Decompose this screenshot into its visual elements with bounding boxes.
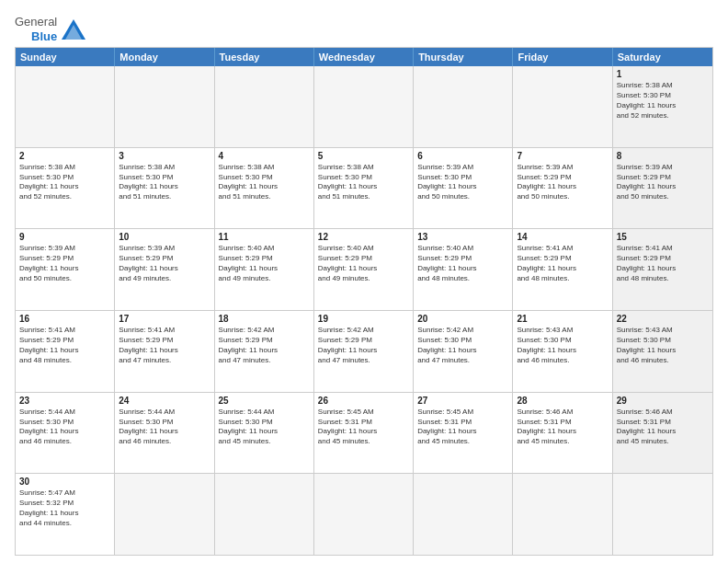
calendar-cell: 23Sunrise: 5:44 AM Sunset: 5:30 PM Dayli…: [16, 393, 115, 474]
cell-info: Sunrise: 5:39 AM Sunset: 5:29 PM Dayligh…: [517, 163, 608, 202]
calendar-cell: [513, 66, 612, 147]
calendar-cell: [414, 66, 513, 147]
calendar-cell: 15Sunrise: 5:41 AM Sunset: 5:29 PM Dayli…: [613, 229, 712, 310]
day-number: 9: [19, 232, 110, 242]
day-number: 6: [417, 151, 508, 161]
day-number: 27: [417, 396, 508, 406]
day-number: 25: [219, 396, 310, 406]
calendar-cell: 5Sunrise: 5:38 AM Sunset: 5:30 PM Daylig…: [314, 148, 414, 229]
cell-info: Sunrise: 5:40 AM Sunset: 5:29 PM Dayligh…: [318, 244, 409, 283]
calendar-cell: [115, 66, 214, 147]
cell-info: Sunrise: 5:41 AM Sunset: 5:29 PM Dayligh…: [517, 244, 608, 283]
day-header-wednesday: Wednesday: [314, 48, 414, 66]
day-number: 17: [119, 314, 210, 324]
calendar-cell: 25Sunrise: 5:44 AM Sunset: 5:30 PM Dayli…: [215, 393, 314, 474]
day-header-monday: Monday: [115, 48, 214, 66]
cell-info: Sunrise: 5:46 AM Sunset: 5:31 PM Dayligh…: [617, 408, 709, 447]
week-row-3: 9Sunrise: 5:39 AM Sunset: 5:29 PM Daylig…: [16, 229, 712, 311]
calendar-cell: 14Sunrise: 5:41 AM Sunset: 5:29 PM Dayli…: [513, 229, 612, 310]
cell-info: Sunrise: 5:47 AM Sunset: 5:32 PM Dayligh…: [19, 488, 110, 528]
cell-info: Sunrise: 5:39 AM Sunset: 5:30 PM Dayligh…: [417, 163, 508, 202]
cell-info: Sunrise: 5:39 AM Sunset: 5:29 PM Dayligh…: [19, 244, 110, 283]
day-number: 23: [19, 396, 110, 406]
day-number: 18: [219, 314, 310, 324]
day-number: 21: [517, 314, 608, 324]
cell-info: Sunrise: 5:43 AM Sunset: 5:30 PM Dayligh…: [517, 326, 608, 365]
day-number: 20: [417, 314, 508, 324]
weeks: 1Sunrise: 5:38 AM Sunset: 5:30 PM Daylig…: [16, 66, 712, 555]
calendar-cell: [513, 474, 612, 555]
cell-info: Sunrise: 5:41 AM Sunset: 5:29 PM Dayligh…: [617, 244, 709, 283]
cell-info: Sunrise: 5:38 AM Sunset: 5:30 PM Dayligh…: [617, 81, 709, 121]
day-header-saturday: Saturday: [613, 48, 712, 66]
calendar-cell: [215, 474, 314, 555]
cell-info: Sunrise: 5:38 AM Sunset: 5:30 PM Dayligh…: [19, 163, 110, 202]
calendar-cell: [16, 66, 115, 147]
cell-info: Sunrise: 5:46 AM Sunset: 5:31 PM Dayligh…: [517, 408, 608, 447]
week-row-6: 30Sunrise: 5:47 AM Sunset: 5:32 PM Dayli…: [16, 474, 712, 555]
cell-info: Sunrise: 5:38 AM Sunset: 5:30 PM Dayligh…: [119, 163, 210, 202]
calendar-cell: [613, 474, 712, 555]
header: General Blue: [15, 11, 713, 43]
cell-info: Sunrise: 5:39 AM Sunset: 5:29 PM Dayligh…: [119, 244, 210, 283]
week-row-5: 23Sunrise: 5:44 AM Sunset: 5:30 PM Dayli…: [16, 393, 712, 475]
calendar-cell: [115, 474, 214, 555]
day-number: 16: [19, 314, 110, 324]
cell-info: Sunrise: 5:38 AM Sunset: 5:30 PM Dayligh…: [219, 163, 310, 202]
cell-info: Sunrise: 5:43 AM Sunset: 5:30 PM Dayligh…: [617, 326, 709, 365]
cell-info: Sunrise: 5:45 AM Sunset: 5:31 PM Dayligh…: [318, 408, 409, 447]
day-number: 14: [517, 232, 608, 242]
calendar-cell: 18Sunrise: 5:42 AM Sunset: 5:29 PM Dayli…: [215, 311, 314, 392]
cell-info: Sunrise: 5:45 AM Sunset: 5:31 PM Dayligh…: [417, 408, 508, 447]
calendar-cell: 22Sunrise: 5:43 AM Sunset: 5:30 PM Dayli…: [613, 311, 712, 392]
day-number: 29: [617, 396, 709, 406]
logo-blue: Blue: [31, 29, 57, 44]
cell-info: Sunrise: 5:38 AM Sunset: 5:30 PM Dayligh…: [318, 163, 409, 202]
cell-info: Sunrise: 5:41 AM Sunset: 5:29 PM Dayligh…: [119, 326, 210, 365]
week-row-4: 16Sunrise: 5:41 AM Sunset: 5:29 PM Dayli…: [16, 311, 712, 393]
day-number: 11: [219, 232, 310, 242]
calendar-cell: 19Sunrise: 5:42 AM Sunset: 5:29 PM Dayli…: [314, 311, 414, 392]
calendar-cell: 24Sunrise: 5:44 AM Sunset: 5:30 PM Dayli…: [115, 393, 214, 474]
day-number: 10: [119, 232, 210, 242]
cell-info: Sunrise: 5:40 AM Sunset: 5:29 PM Dayligh…: [219, 244, 310, 283]
calendar-cell: 21Sunrise: 5:43 AM Sunset: 5:30 PM Dayli…: [513, 311, 612, 392]
day-header-tuesday: Tuesday: [215, 48, 314, 66]
cell-info: Sunrise: 5:44 AM Sunset: 5:30 PM Dayligh…: [219, 408, 310, 447]
day-number: 8: [617, 151, 709, 161]
day-header-friday: Friday: [513, 48, 612, 66]
day-number: 24: [119, 396, 210, 406]
calendar-cell: [414, 474, 513, 555]
calendar-cell: 30Sunrise: 5:47 AM Sunset: 5:32 PM Dayli…: [16, 474, 115, 555]
day-number: 1: [617, 69, 709, 79]
calendar-cell: 16Sunrise: 5:41 AM Sunset: 5:29 PM Dayli…: [16, 311, 115, 392]
day-number: 19: [318, 314, 409, 324]
calendar-cell: 11Sunrise: 5:40 AM Sunset: 5:29 PM Dayli…: [215, 229, 314, 310]
calendar-cell: [314, 66, 414, 147]
calendar-cell: 3Sunrise: 5:38 AM Sunset: 5:30 PM Daylig…: [115, 148, 214, 229]
cell-info: Sunrise: 5:42 AM Sunset: 5:29 PM Dayligh…: [219, 326, 310, 365]
day-number: 15: [617, 232, 709, 242]
day-number: 12: [318, 232, 409, 242]
week-row-1: 1Sunrise: 5:38 AM Sunset: 5:30 PM Daylig…: [16, 66, 712, 148]
day-number: 7: [517, 151, 608, 161]
calendar-cell: 29Sunrise: 5:46 AM Sunset: 5:31 PM Dayli…: [613, 393, 712, 474]
day-header-thursday: Thursday: [414, 48, 513, 66]
calendar-cell: 4Sunrise: 5:38 AM Sunset: 5:30 PM Daylig…: [215, 148, 314, 229]
day-header-sunday: Sunday: [16, 48, 115, 66]
cell-info: Sunrise: 5:44 AM Sunset: 5:30 PM Dayligh…: [119, 408, 210, 447]
calendar-cell: 8Sunrise: 5:39 AM Sunset: 5:29 PM Daylig…: [613, 148, 712, 229]
logo-icon: [60, 17, 87, 41]
day-number: 3: [119, 151, 210, 161]
cell-info: Sunrise: 5:41 AM Sunset: 5:29 PM Dayligh…: [19, 326, 110, 365]
cell-info: Sunrise: 5:42 AM Sunset: 5:30 PM Dayligh…: [417, 326, 508, 365]
calendar-cell: 27Sunrise: 5:45 AM Sunset: 5:31 PM Dayli…: [414, 393, 513, 474]
calendar-cell: 20Sunrise: 5:42 AM Sunset: 5:30 PM Dayli…: [414, 311, 513, 392]
cell-info: Sunrise: 5:42 AM Sunset: 5:29 PM Dayligh…: [318, 326, 409, 365]
calendar-cell: 12Sunrise: 5:40 AM Sunset: 5:29 PM Dayli…: [314, 229, 414, 310]
calendar-cell: 28Sunrise: 5:46 AM Sunset: 5:31 PM Dayli…: [513, 393, 612, 474]
cell-info: Sunrise: 5:44 AM Sunset: 5:30 PM Dayligh…: [19, 408, 110, 447]
calendar-cell: [215, 66, 314, 147]
day-number: 30: [19, 477, 110, 487]
cell-info: Sunrise: 5:39 AM Sunset: 5:29 PM Dayligh…: [617, 163, 709, 202]
